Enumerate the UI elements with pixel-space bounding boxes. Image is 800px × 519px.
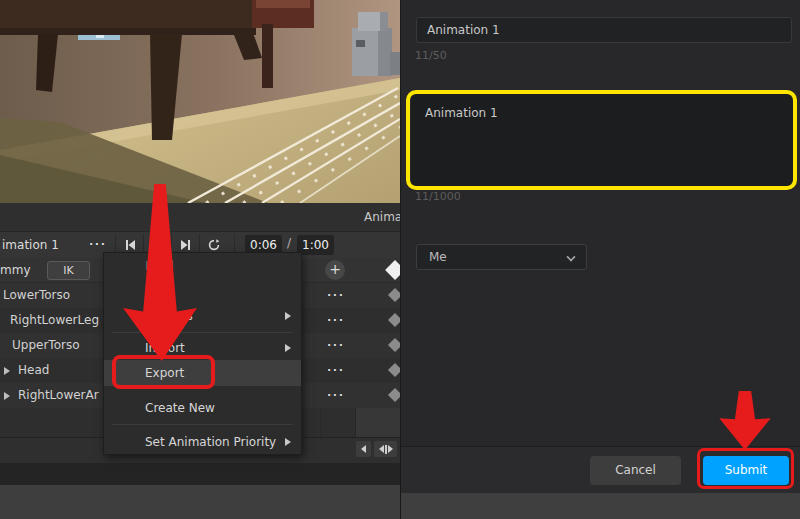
- track-options-button[interactable]: ···: [323, 337, 349, 354]
- time-separator: /: [287, 236, 291, 250]
- clip-context-menu: Load Save Save As Import Export Create N…: [103, 252, 302, 455]
- table-top: [0, 0, 256, 32]
- keyframe-diamond[interactable]: [388, 313, 400, 327]
- name-char-counter: 11/50: [415, 49, 447, 62]
- track-name: LowerTorso: [3, 288, 70, 302]
- track-options-button[interactable]: ···: [323, 362, 349, 379]
- red-highlight-box-submit: [697, 448, 794, 489]
- shelf-leg: [262, 24, 273, 88]
- keyframe-diamond[interactable]: [388, 363, 400, 377]
- keyframe-diamond[interactable]: [388, 338, 400, 352]
- track-options-button[interactable]: ···: [323, 387, 349, 404]
- scroll-pan-button[interactable]: [374, 441, 397, 457]
- add-keyframe-button[interactable]: +: [325, 260, 345, 280]
- roblox-scene: [0, 0, 400, 203]
- clip-name: imation 1: [2, 238, 59, 252]
- submenu-arrow-icon: [285, 438, 291, 446]
- skip-to-end-icon[interactable]: [180, 239, 192, 251]
- owner-dropdown[interactable]: Me: [416, 244, 587, 270]
- submenu-arrow-icon: [285, 312, 291, 320]
- description-char-counter: 11/1000: [415, 190, 461, 203]
- expand-caret-icon[interactable]: [4, 367, 10, 375]
- scroll-left-button[interactable]: [356, 441, 371, 457]
- time-total-field[interactable]: 1:00: [297, 235, 334, 255]
- expand-caret-icon[interactable]: [4, 392, 10, 400]
- track-name: RightLowerAr: [18, 388, 99, 402]
- dock-edge: [0, 463, 400, 485]
- ik-button[interactable]: IK: [47, 261, 90, 280]
- menu-item-create-new[interactable]: Create New: [104, 396, 301, 420]
- skip-to-start-icon[interactable]: [124, 239, 136, 251]
- rig-name: mmy: [0, 263, 30, 277]
- red-highlight-box-export: [112, 355, 215, 389]
- editor-titlebar: Anima: [0, 203, 400, 232]
- keyframe-diamond[interactable]: [388, 288, 400, 302]
- track-options-button[interactable]: ···: [323, 287, 349, 304]
- animation-name-input[interactable]: Animation 1: [416, 17, 792, 43]
- shelf-top: [256, 0, 310, 8]
- status-bar: [401, 493, 800, 519]
- menu-separator: [112, 424, 293, 425]
- loop-icon[interactable]: [208, 239, 220, 251]
- submenu-arrow-icon: [285, 344, 291, 352]
- track-name: UpperTorso: [12, 338, 80, 352]
- chevron-down-icon: [566, 252, 575, 261]
- editor-title: Anima: [364, 210, 400, 224]
- studio-window: Anima imation 1 ··· 0:06 / 1:00: [0, 0, 800, 519]
- track-name: RightLowerLeg: [10, 313, 99, 327]
- menu-item-save[interactable]: Save: [104, 279, 301, 303]
- owner-dropdown-value: Me: [429, 250, 447, 264]
- track-name: Head: [18, 363, 49, 377]
- 3d-viewport[interactable]: [0, 0, 400, 203]
- keyframe-diamond[interactable]: [388, 388, 400, 402]
- yellow-highlight-box: [406, 90, 797, 190]
- table-edge: [0, 28, 256, 35]
- track-options-button[interactable]: ···: [323, 312, 349, 329]
- menu-separator: [112, 332, 293, 333]
- status-bar: [0, 485, 400, 519]
- cancel-button[interactable]: Cancel: [590, 456, 681, 485]
- menu-item-load[interactable]: Load: [104, 254, 301, 278]
- menu-item-set-animation-priority[interactable]: Set Animation Priority: [104, 430, 301, 454]
